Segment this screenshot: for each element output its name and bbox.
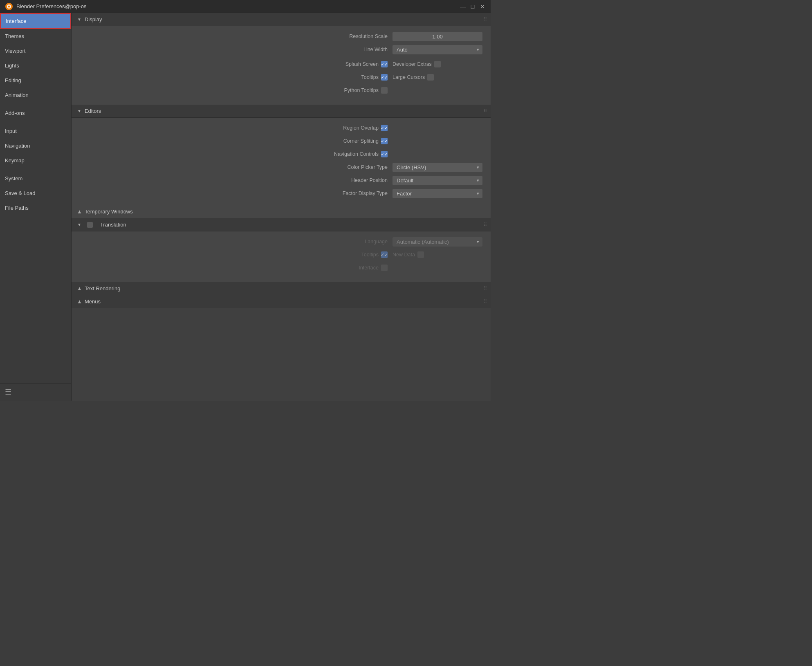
region-overlap-checkbox[interactable]: ✓	[381, 125, 388, 131]
navigation-controls-checkbox[interactable]: ✓	[381, 151, 388, 157]
developer-extras-checkbox[interactable]	[434, 61, 441, 67]
translation-interface-label: Interface	[359, 265, 379, 271]
resolution-scale-input[interactable]	[393, 32, 482, 41]
corner-splitting-checkbox[interactable]: ✓	[381, 138, 388, 144]
region-overlap-label: Region Overlap	[343, 125, 379, 131]
translation-triangle: ▼	[77, 222, 81, 227]
window-title: Blender Preferences@pop-os	[16, 3, 460, 9]
menus-triangle: ▶	[77, 300, 81, 303]
titlebar: Blender Preferences@pop-os — □ ✕	[0, 0, 491, 13]
resolution-scale-row: Resolution Scale	[80, 31, 482, 42]
display-triangle: ▼	[77, 17, 81, 22]
sidebar-item-interface[interactable]: Interface	[0, 13, 71, 29]
text-rendering-dots: ⠿	[484, 286, 487, 291]
line-width-row: Line Width Auto Thin Thick	[80, 44, 482, 55]
app-body: Interface Themes Viewport Lights Editing…	[0, 13, 491, 401]
resolution-scale-label: Resolution Scale	[349, 34, 388, 39]
header-position-row: Header Position Default Top Bottom	[80, 175, 482, 186]
navigation-controls-row: Navigation Controls ✓	[80, 149, 482, 159]
sidebar-item-themes[interactable]: Themes	[0, 29, 71, 44]
translation-section: ▼ Translation ⠿ Language Automatic (Auto…	[72, 218, 491, 282]
text-rendering-title: Text Rendering	[85, 285, 120, 292]
language-dropdown[interactable]: Automatic (Automatic) English (English)	[393, 237, 482, 247]
developer-extras-label: Developer Extras	[393, 61, 432, 67]
sidebar-item-editing[interactable]: Editing	[0, 73, 71, 88]
color-picker-type-dropdown[interactable]: Circle (HSV) Square (SV + H) Square (HS …	[393, 163, 482, 172]
sidebar-item-addons[interactable]: Add-ons	[0, 106, 71, 121]
translation-tooltips-checkbox[interactable]: ✓	[381, 251, 388, 258]
large-cursors-label: Large Cursors	[393, 74, 425, 80]
factor-display-type-label: Factor Display Type	[343, 191, 388, 196]
sidebar-item-keymap[interactable]: Keymap	[0, 153, 71, 168]
editors-section-header[interactable]: ▼ Editors ⠿	[72, 105, 491, 118]
tooltips-label-display: Tooltips	[361, 74, 379, 80]
python-tooltips-checkbox[interactable]	[381, 87, 388, 94]
sidebar-item-viewport[interactable]: Viewport	[0, 44, 71, 58]
text-rendering-triangle: ▶	[77, 287, 81, 290]
factor-display-type-row: Factor Display Type Factor Percentage	[80, 188, 482, 199]
translation-checkboxes-row1: Tooltips ✓ New Data	[80, 249, 482, 260]
translation-section-title: Translation	[100, 222, 126, 228]
display-section: ▼ Display ⠿ Resolution Scale Li	[72, 13, 491, 105]
region-overlap-row: Region Overlap ✓	[80, 123, 482, 133]
maximize-button[interactable]: □	[469, 3, 476, 10]
color-picker-type-row: Color Picker Type Circle (HSV) Square (S…	[80, 162, 482, 173]
sidebar-item-filepaths[interactable]: File Paths	[0, 201, 71, 215]
translation-section-header[interactable]: ▼ Translation ⠿	[72, 218, 491, 231]
display-section-body: Resolution Scale Line Width Auto	[72, 26, 491, 105]
corner-splitting-row: Corner Splitting ✓	[80, 136, 482, 146]
menus-header[interactable]: ▶ Menus ⠿	[72, 295, 491, 308]
blender-icon	[5, 2, 13, 11]
translation-enable-checkbox[interactable]	[87, 222, 93, 228]
new-data-label: New Data	[393, 252, 415, 258]
sidebar: Interface Themes Viewport Lights Editing…	[0, 13, 72, 401]
factor-display-type-dropdown[interactable]: Factor Percentage	[393, 189, 482, 198]
menus-section: ▶ Menus ⠿	[72, 295, 491, 308]
temporary-windows-section: ▶ Temporary Windows	[72, 205, 491, 218]
splash-screen-checkbox[interactable]: ✓	[381, 61, 388, 67]
editors-dots: ⠿	[484, 108, 487, 114]
menus-title: Menus	[85, 298, 101, 305]
sidebar-item-lights[interactable]: Lights	[0, 58, 71, 73]
content-area: ▼ Display ⠿ Resolution Scale Li	[72, 13, 491, 401]
header-position-label: Header Position	[351, 177, 388, 183]
line-width-label: Line Width	[363, 47, 388, 52]
display-section-title: Display	[85, 16, 102, 22]
temporary-windows-triangle: ▶	[77, 210, 81, 213]
translation-checkboxes-row2: Interface	[80, 262, 482, 273]
sidebar-item-animation[interactable]: Animation	[0, 88, 71, 103]
splash-screen-label: Splash Screen	[345, 61, 379, 67]
hamburger-icon[interactable]: ☰	[5, 388, 11, 396]
menus-dots: ⠿	[484, 299, 487, 304]
translation-dots: ⠿	[484, 222, 487, 227]
language-label: Language	[365, 239, 388, 244]
new-data-checkbox[interactable]	[417, 251, 424, 258]
temporary-windows-header[interactable]: ▶ Temporary Windows	[72, 205, 491, 218]
sidebar-item-saveload[interactable]: Save & Load	[0, 186, 71, 201]
sidebar-item-input[interactable]: Input	[0, 124, 71, 139]
sidebar-item-system[interactable]: System	[0, 171, 71, 186]
editors-section-title: Editors	[85, 108, 101, 114]
color-picker-type-label: Color Picker Type	[348, 164, 388, 170]
line-width-dropdown[interactable]: Auto Thin Thick	[393, 45, 482, 54]
minimize-button[interactable]: —	[460, 3, 466, 10]
display-dots: ⠿	[484, 17, 487, 22]
text-rendering-header[interactable]: ▶ Text Rendering ⠿	[72, 282, 491, 295]
close-button[interactable]: ✕	[479, 3, 486, 10]
temporary-windows-title: Temporary Windows	[85, 209, 133, 215]
large-cursors-checkbox[interactable]	[427, 74, 434, 81]
tooltips-checkbox[interactable]: ✓	[381, 74, 388, 81]
sidebar-footer: ☰	[0, 383, 71, 401]
checkboxes-row1: Splash Screen ✓ Developer Extras	[80, 59, 482, 70]
display-section-header[interactable]: ▼ Display ⠿	[72, 13, 491, 26]
translation-tooltips-label: Tooltips	[361, 252, 379, 258]
sidebar-item-navigation[interactable]: Navigation	[0, 139, 71, 153]
editors-section-body: Region Overlap ✓ Corner Splitting ✓	[72, 118, 491, 205]
python-tooltips-label: Python Tooltips	[344, 87, 379, 93]
translation-interface-checkbox[interactable]	[381, 265, 388, 271]
header-position-dropdown[interactable]: Default Top Bottom	[393, 176, 482, 185]
text-rendering-section: ▶ Text Rendering ⠿	[72, 282, 491, 295]
python-tooltips-row: Python Tooltips	[80, 85, 482, 96]
editors-triangle: ▼	[77, 109, 81, 113]
checkboxes-row2: Tooltips ✓ Large Cursors	[80, 72, 482, 83]
